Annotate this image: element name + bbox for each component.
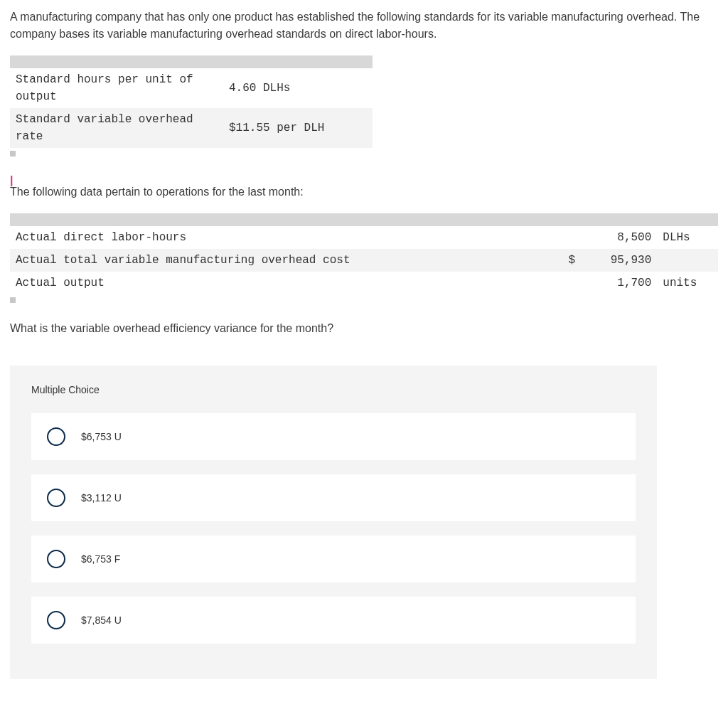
ops-unit: units xyxy=(657,272,718,294)
choice-option-4[interactable]: $7,854 U xyxy=(31,597,636,644)
radio-icon[interactable] xyxy=(47,427,65,446)
choice-label: $6,753 F xyxy=(81,552,120,567)
table-row: Actual output 1,700 units xyxy=(10,272,718,294)
text-cursor-icon: | xyxy=(10,172,718,182)
standards-table: Standard hours per unit of output 4.60 D… xyxy=(10,55,373,148)
ops-currency xyxy=(558,226,581,249)
choice-label: $6,753 U xyxy=(81,430,122,444)
operations-table: Actual direct labor-hours 8,500 DLHs Act… xyxy=(10,213,718,294)
std-label: Standard hours per unit of output xyxy=(10,68,223,108)
choice-label: $7,854 U xyxy=(81,613,122,628)
radio-icon[interactable] xyxy=(47,550,65,568)
ops-label: Actual total variable manufacturing over… xyxy=(10,249,558,272)
table-row: Standard variable overhead rate $11.55 p… xyxy=(10,108,373,148)
ops-currency: $ xyxy=(558,249,581,272)
ops-number: 95,930 xyxy=(581,249,657,272)
ops-number: 8,500 xyxy=(581,226,657,249)
operations-intro: The following data pertain to operations… xyxy=(10,183,718,201)
ops-label: Actual direct labor-hours xyxy=(10,226,558,249)
choice-option-3[interactable]: $6,753 F xyxy=(31,536,636,582)
ops-label: Actual output xyxy=(10,272,558,294)
radio-icon[interactable] xyxy=(47,611,65,629)
table-row: Standard hours per unit of output 4.60 D… xyxy=(10,68,373,108)
choice-option-1[interactable]: $6,753 U xyxy=(31,413,636,460)
table-row: Actual total variable manufacturing over… xyxy=(10,249,718,272)
mc-heading: Multiple Choice xyxy=(31,383,636,398)
choice-label: $3,112 U xyxy=(81,491,122,506)
std-value: 4.60 DLHs xyxy=(223,68,373,108)
scroll-indicator xyxy=(10,151,718,158)
table-row: Actual direct labor-hours 8,500 DLHs xyxy=(10,226,718,249)
scroll-indicator xyxy=(10,297,718,304)
ops-unit xyxy=(657,249,718,272)
choice-option-2[interactable]: $3,112 U xyxy=(31,474,636,521)
ops-number: 1,700 xyxy=(581,272,657,294)
problem-intro: A manufacturing company that has only on… xyxy=(10,9,718,43)
std-value: $11.55 per DLH xyxy=(223,108,373,148)
question-text: What is the variable overhead efficiency… xyxy=(10,320,718,337)
std-label: Standard variable overhead rate xyxy=(10,108,223,148)
ops-currency xyxy=(558,272,581,294)
multiple-choice-panel: Multiple Choice $6,753 U $3,112 U $6,753… xyxy=(10,366,657,679)
ops-unit: DLHs xyxy=(657,226,718,249)
radio-icon[interactable] xyxy=(47,489,65,507)
